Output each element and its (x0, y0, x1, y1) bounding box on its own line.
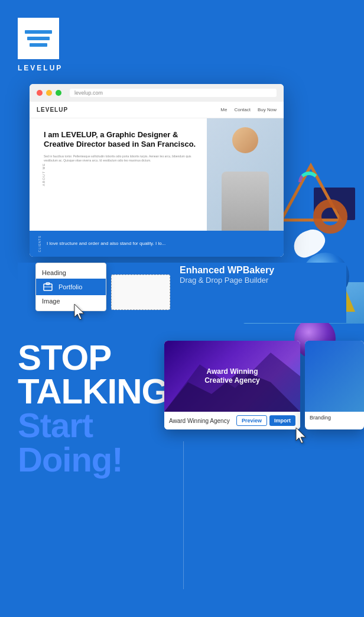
hero-text-area: ABOUT ME I am LEVELUP, a Graphic Designe… (30, 118, 207, 231)
blue-bar-text: I love structure and order and also stan… (47, 240, 165, 247)
logo-line-1 (25, 30, 52, 34)
nav-link-buy: Buy Now (258, 107, 277, 112)
wpbakery-portfolio-label: Portfolio (58, 283, 82, 290)
wpbakery-heading-item: Heading (36, 267, 106, 279)
browser-url: levelup.com (70, 89, 277, 97)
wpbakery-image-label: Image (42, 298, 60, 305)
cursor-icon (72, 303, 86, 322)
nav-link-me: Me (220, 107, 227, 112)
import-button[interactable]: Import (269, 415, 295, 426)
import-cursor (294, 427, 308, 448)
logo-text: LEVELUP (18, 64, 63, 72)
wpbakery-description: Enhanced WPBakery Drag & Drop Page Build… (180, 265, 274, 285)
hero-body-text: Sed in faucibus tortor. Pellentesque sol… (44, 154, 199, 163)
person-head (232, 127, 258, 153)
browser-dot-green (56, 90, 61, 96)
logo-area: LEVELUP (18, 18, 346, 72)
wpbakery-heading-label: Heading (42, 269, 66, 276)
blue-bar: CLIENTS I love structure and order and a… (30, 231, 284, 257)
wpbakery-image-item: Image (36, 295, 106, 307)
wpbakery-portfolio-item[interactable]: Portfolio (36, 279, 106, 295)
thumbnail-agency: Award WinningCreative Agency (164, 341, 300, 412)
start-line4: Doing! (18, 442, 168, 477)
hero-image-area (207, 118, 284, 231)
browser-dot-yellow (46, 90, 52, 96)
preview-button[interactable]: Preview (236, 415, 267, 426)
hero-person (207, 118, 284, 231)
stop-line1: STOP (18, 341, 168, 374)
site-nav-links: Me Contact Buy Now (220, 107, 277, 112)
preview-card-1: Award WinningCreative Agency Award Winni… (164, 341, 300, 429)
logo-line-3 (30, 43, 47, 47)
wpbakery-ui: Heading Portfolio Image (35, 263, 106, 311)
preview-footer-1: Award Winning Agency Preview Import (164, 412, 300, 429)
browser-dot-red (37, 90, 43, 96)
torus-shape (313, 199, 347, 234)
preview-name-2: Branding (305, 412, 364, 424)
hero-heading: I am LEVELUP, a Graphic Designer & Creat… (44, 130, 199, 150)
nav-link-contact: Contact (234, 107, 251, 112)
browser-mockup: levelup.com LEVELUP Me Contact Buy Now A… (30, 84, 284, 257)
person-body (222, 172, 269, 231)
thumbnail-text-overlay: Award WinningCreative Agency (204, 367, 260, 386)
thumbnail-headline: Award WinningCreative Agency (204, 367, 260, 386)
about-me-label: ABOUT ME (42, 163, 46, 186)
browser-bar: levelup.com (30, 84, 284, 102)
thumbnail-branding (305, 341, 364, 412)
stop-line2: TALKING (18, 374, 168, 408)
logo-icon (18, 18, 59, 59)
stop-talking-text: STOP TALKING Start Doing! (18, 341, 168, 477)
preview-card-2: Branding (305, 341, 364, 429)
site-logo: LEVELUP (37, 106, 68, 113)
logo-line-2 (27, 37, 50, 40)
site-nav: LEVELUP Me Contact Buy Now (30, 102, 284, 118)
start-line3: Start (18, 408, 168, 442)
preview-name-1: Award Winning Agency (169, 418, 230, 424)
site-hero: ABOUT ME I am LEVELUP, a Graphic Designe… (30, 118, 284, 231)
wpbakery-subtitle: Drag & Drop Page Builder (180, 276, 274, 285)
clients-label: CLIENTS (38, 235, 42, 252)
wpbakery-section: Heading Portfolio Image (18, 263, 346, 323)
bottom-section: STOP TALKING Start Doing! Award Winn (0, 323, 364, 542)
portfolio-icon (42, 281, 54, 293)
preview-cards-area: Award WinningCreative Agency Award Winni… (164, 341, 364, 434)
preview-thumbnail-1: Award WinningCreative Agency (164, 341, 300, 412)
preview-buttons-1: Preview Import (236, 415, 295, 426)
portfolio-icon-svg (43, 282, 53, 292)
wpbakery-title: Enhanced WPBakery (180, 265, 274, 276)
image-placeholder (111, 274, 170, 310)
divider-line (183, 441, 184, 589)
top-section: LEVELUP levelup.com LEVELUP Me Contact B… (0, 0, 364, 323)
import-cursor-icon (294, 427, 308, 445)
